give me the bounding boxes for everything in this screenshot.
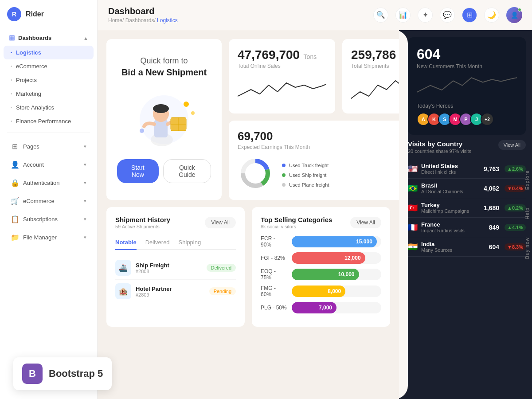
- customers-count: 604: [417, 46, 517, 63]
- country-in-visits: 604: [489, 243, 499, 250]
- sidebar-item-pages[interactable]: ⊞ Pages ▾: [4, 138, 94, 155]
- top-row: Quick form to Bid a New Shipment: [106, 39, 390, 200]
- chevron-down-icon: ▾: [84, 144, 86, 149]
- dashboards-group[interactable]: ⊞ Dashboards ▲: [4, 30, 94, 46]
- country-tr-visits: 1,680: [484, 204, 499, 211]
- search-button[interactable]: 🔍: [373, 8, 388, 23]
- shipments-number: 259,786: [351, 48, 399, 62]
- banner-illustration: [129, 91, 200, 149]
- bar-row-ecr: ECR - 90% 15,000: [261, 235, 381, 248]
- sidebar-item-store-analytics[interactable]: Store Analytics: [4, 101, 94, 114]
- right-panel-inner: 604 New Customers This Month Today's Her…: [399, 30, 532, 399]
- ship-label: Used Ship freight: [289, 172, 326, 178]
- freight-legend: Used Truck freight 45% Used Ship freight…: [282, 159, 399, 188]
- dashboards-icon: ⊞: [9, 34, 15, 42]
- bar-row-plg: PLG - 50% 7,000: [261, 302, 381, 313]
- visits-view-all-button[interactable]: View All: [498, 140, 526, 150]
- sales-sparkline: [238, 76, 326, 103]
- chart-button[interactable]: 📊: [395, 8, 411, 23]
- sidebar-item-ecommerce-nav[interactable]: 🛒 eCommerce ▾: [4, 193, 94, 209]
- flag-us: 🇺🇸: [408, 164, 418, 174]
- sidebar-item-authentication[interactable]: 🔒 Authentication ▾: [4, 175, 94, 191]
- earnings-label: Expected Earnings This Month: [238, 144, 399, 150]
- tab-notable[interactable]: Notable: [115, 235, 137, 250]
- customers-dark-card: 604 New Customers This Month Today's Her…: [408, 37, 526, 135]
- sidebar-item-logistics[interactable]: Logistics: [4, 46, 94, 59]
- messages-button[interactable]: 💬: [440, 8, 455, 23]
- sidebar-item-file-manager[interactable]: 📁 File Manager ▾: [4, 229, 94, 246]
- country-tr: 🇹🇷 Turkey Mailchimp Campaigns 1,680 ▲0.2…: [408, 198, 526, 218]
- top-selling-header: Top Selling Categories 8k social visitor…: [261, 216, 381, 229]
- stats-column: 47,769,700 Tons Total Online Sales 259,7…: [229, 39, 399, 200]
- sidebar-item-projects[interactable]: Projects: [4, 73, 94, 87]
- sidebar-item-account[interactable]: 👤 Account ▾: [4, 156, 94, 173]
- bar-row-fgi: FGI - 82% 12,000: [261, 252, 381, 264]
- header-right: 🔍 📊 ✦ 💬 ⊞ 🌙 👤: [373, 7, 521, 23]
- country-us-visits: 9,763: [484, 165, 499, 172]
- sales-label: Total Online Sales: [238, 63, 326, 69]
- country-us-info: United States Direct link clicks: [421, 163, 480, 175]
- ecommerce-icon: 🛒: [11, 197, 19, 205]
- settings-button[interactable]: ✦: [418, 8, 433, 23]
- breadcrumb: Home/ Dashboards/ Logistics: [108, 17, 178, 23]
- banner-buttons: Start Now Quick Guide: [117, 159, 211, 183]
- total-shipments-card: 259,786 Total Shipments: [342, 39, 399, 113]
- svg-point-9: [191, 111, 195, 115]
- sidebar: R Rider ⊞ Dashboards ▲ Logistics eCommer…: [0, 0, 98, 399]
- help-label[interactable]: Help: [524, 199, 530, 228]
- visits-title-wrap: Visits by Country 20 countries share 97%…: [408, 140, 471, 154]
- explore-label[interactable]: Explore: [524, 161, 530, 199]
- stats-bottom-row: 69,700 Expected Earnings This Month: [229, 121, 399, 200]
- truck-label: Used Truck freight: [289, 163, 329, 168]
- bar-track-ecr: 15,000: [292, 236, 381, 247]
- dashboards-section: ⊞ Dashboards ▲ Logistics eCommerce Proje…: [0, 30, 97, 128]
- plane-label: Used Plane freight: [289, 182, 329, 188]
- bootstrap-label: Bootstrap 5: [49, 368, 103, 379]
- bar-fill-ecr: 15,000: [292, 236, 377, 247]
- breadcrumb-current: Logistics: [157, 17, 178, 23]
- auth-icon: 🔒: [11, 179, 19, 187]
- banner-card: Quick form to Bid a New Shipment: [106, 39, 222, 200]
- shipment-icon-1: 🚢: [115, 260, 131, 276]
- visits-title: Visits by Country: [408, 140, 471, 148]
- page-title: Dashboard: [108, 6, 178, 16]
- country-us-name: United States: [421, 163, 480, 169]
- country-us-source: Direct link clicks: [421, 169, 480, 175]
- sidebar-item-ecommerce[interactable]: eCommerce: [4, 59, 94, 73]
- bar-label-ecr: ECR - 90%: [261, 235, 287, 248]
- buy-now-label[interactable]: Buy now: [524, 228, 530, 268]
- header-left: Dashboard Home/ Dashboards/ Logistics: [108, 6, 178, 23]
- ship-id-1: #2808: [136, 269, 202, 274]
- bootstrap-watermark: B Bootstrap 5: [13, 357, 112, 390]
- content-main: Quick form to Bid a New Shipment: [98, 30, 399, 399]
- bar-row-eoq: EOQ - 75% 10,000: [261, 268, 381, 281]
- svg-point-8: [184, 102, 189, 107]
- shipment-view-all-button[interactable]: View All: [205, 217, 236, 228]
- bar-label-eoq: EOQ - 75%: [261, 268, 287, 281]
- tab-delivered[interactable]: Delivered: [145, 235, 170, 250]
- chevron-down-icon-auth: ▾: [84, 180, 86, 186]
- sidebar-item-marketing[interactable]: Marketing: [4, 87, 94, 101]
- main-area: Dashboard Home/ Dashboards/ Logistics 🔍 …: [98, 0, 532, 399]
- quick-guide-button[interactable]: Quick Guide: [163, 159, 211, 183]
- grid-button[interactable]: ⊞: [462, 8, 477, 23]
- legend-truck: Used Truck freight 45%: [282, 162, 399, 168]
- online-indicator: [518, 8, 521, 12]
- subscriptions-icon: 📋: [11, 215, 19, 223]
- content-area: Quick form to Bid a New Shipment: [98, 30, 532, 399]
- app-logo[interactable]: R Rider: [0, 7, 97, 30]
- country-in: 🇮🇳 India Many Sources 604 ▼8.3%: [408, 237, 526, 257]
- flag-br: 🇧🇷: [408, 184, 418, 193]
- country-fr-info: France Impact Radius visits: [421, 221, 485, 233]
- dark-mode-button[interactable]: 🌙: [484, 8, 499, 23]
- shipment-icon-2: 🏨: [115, 283, 131, 299]
- legend-ship: Used Ship freight 21%: [282, 172, 399, 178]
- sidebar-item-finance-performance[interactable]: Finance Performance: [4, 114, 94, 128]
- sidebar-item-subscriptions[interactable]: 📋 Subscriptions ▾: [4, 211, 94, 227]
- top-selling-view-all-button[interactable]: View All: [350, 217, 381, 228]
- start-now-button[interactable]: Start Now: [117, 159, 159, 183]
- hero-avatar-more[interactable]: +2: [481, 113, 494, 126]
- bar-fill-fmg: 8,000: [292, 286, 345, 297]
- banner-subtitle: Bid a New Shipment: [121, 67, 207, 78]
- tab-shipping[interactable]: Shipping: [179, 235, 201, 250]
